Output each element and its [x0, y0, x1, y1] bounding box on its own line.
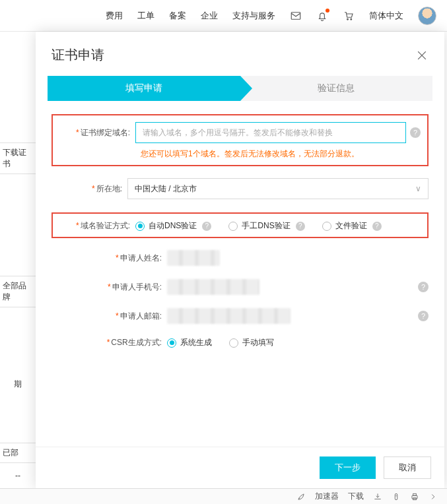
steps: 填写申请 验证信息: [48, 76, 432, 101]
svg-rect-3: [395, 493, 397, 499]
radio-file[interactable]: 文件验证 ?: [322, 220, 382, 232]
nav-beian[interactable]: 备案: [169, 10, 186, 22]
svg-point-2: [351, 18, 352, 20]
radio-manual-dns[interactable]: 手工DNS验证 ?: [228, 220, 304, 232]
radio-icon: [229, 338, 238, 348]
region-select[interactable]: 中国大陆 / 北京市 ∨: [127, 178, 429, 199]
top-nav: 费用 工单 备案 企业 支持与服务 简体中文: [0, 0, 447, 32]
chevron-right-icon[interactable]: [429, 492, 438, 501]
help-icon[interactable]: ?: [296, 222, 305, 231]
help-icon[interactable]: ?: [202, 222, 211, 231]
scroll-icon[interactable]: [392, 492, 401, 501]
bell-icon[interactable]: [316, 10, 328, 22]
left-download-cert[interactable]: 下载证书: [0, 142, 36, 174]
radio-icon: [228, 222, 238, 231]
osbar-accel[interactable]: 加速器: [315, 491, 339, 502]
radio-icon: [167, 338, 176, 348]
nav-lang[interactable]: 简体中文: [369, 10, 403, 22]
svg-rect-5: [413, 493, 417, 495]
help-icon[interactable]: ?: [410, 127, 421, 138]
chevron-down-icon: ∨: [415, 184, 421, 193]
step-verify[interactable]: 验证信息: [240, 76, 433, 101]
highlight-verify-section: *域名验证方式: 自动DNS验证 ? 手工DNS验证 ?: [52, 212, 429, 238]
radio-csr-system[interactable]: 系统生成: [167, 337, 212, 348]
rocket-icon[interactable]: [296, 492, 306, 501]
modal-footer: 下一步 取消: [36, 447, 444, 488]
applicant-phone-value: [167, 279, 259, 295]
label-applicant-name: *申请人姓名:: [52, 253, 167, 264]
left-all-brand[interactable]: 全部品牌: [0, 276, 36, 307]
certificate-request-modal: 证书申请 填写申请 验证信息 *证书绑定域名: ? 您还可以填写1个域名。签发后…: [36, 32, 444, 488]
radio-icon: [322, 222, 331, 231]
printer-icon[interactable]: [410, 492, 419, 501]
form: *证书绑定域名: ? 您还可以填写1个域名。签发后无法修改域名，无法部分退款。 …: [36, 114, 444, 447]
svg-rect-4: [412, 495, 417, 499]
verify-method-group: 自动DNS验证 ? 手工DNS验证 ? 文件验证 ?: [135, 220, 382, 232]
radio-auto-dns[interactable]: 自动DNS验证 ?: [135, 220, 211, 232]
left-deployed: 已部: [0, 443, 36, 463]
domain-warning-text: 您还可以填写1个域名。签发后无法修改域名，无法部分退款。: [141, 148, 421, 160]
label-region: *所在地:: [52, 183, 127, 195]
label-applicant-email: *申请人邮箱:: [52, 311, 167, 322]
nav-fee[interactable]: 费用: [106, 10, 123, 22]
modal-title: 证书申请: [52, 46, 104, 64]
avatar[interactable]: [418, 7, 436, 25]
os-bar: 加速器 下载: [0, 488, 447, 504]
label-verify-method: *域名验证方式:: [59, 220, 135, 232]
radio-icon: [135, 222, 145, 231]
applicant-email-value: [167, 308, 291, 324]
applicant-name-value: [167, 250, 220, 266]
step-fill[interactable]: 填写申请: [48, 76, 240, 101]
nav-support[interactable]: 支持与服务: [232, 10, 275, 22]
svg-point-1: [347, 18, 349, 20]
help-icon[interactable]: ?: [372, 222, 382, 231]
help-icon[interactable]: ?: [418, 282, 429, 292]
label-csr: *CSR生成方式:: [52, 337, 167, 348]
close-icon[interactable]: [415, 49, 429, 62]
left-dash: --: [0, 467, 36, 484]
csr-group: 系统生成 手动填写: [167, 337, 274, 348]
radio-csr-manual[interactable]: 手动填写: [229, 337, 274, 348]
region-value: 中国大陆 / 北京市: [135, 183, 197, 195]
domain-input[interactable]: [135, 122, 406, 143]
left-period: 期: [0, 375, 36, 394]
cancel-button[interactable]: 取消: [384, 457, 431, 479]
label-applicant-phone: *申请人手机号:: [52, 282, 167, 293]
download-tray-icon[interactable]: [373, 492, 382, 501]
nav-ticket[interactable]: 工单: [137, 10, 155, 22]
label-domain: *证书绑定域名:: [59, 127, 135, 139]
highlight-domain-section: *证书绑定域名: ? 您还可以填写1个域名。签发后无法修改域名，无法部分退款。: [52, 114, 429, 166]
cart-icon[interactable]: [343, 10, 355, 22]
nav-enterprise[interactable]: 企业: [201, 10, 218, 22]
next-button[interactable]: 下一步: [320, 457, 376, 479]
svg-rect-0: [291, 12, 300, 19]
left-strip: 下载证书 全部品牌 期 已部 --: [0, 32, 36, 504]
help-icon[interactable]: ?: [418, 311, 429, 321]
osbar-download[interactable]: 下载: [348, 491, 364, 502]
modal-header: 证书申请: [36, 32, 444, 76]
mail-icon[interactable]: [290, 10, 302, 22]
